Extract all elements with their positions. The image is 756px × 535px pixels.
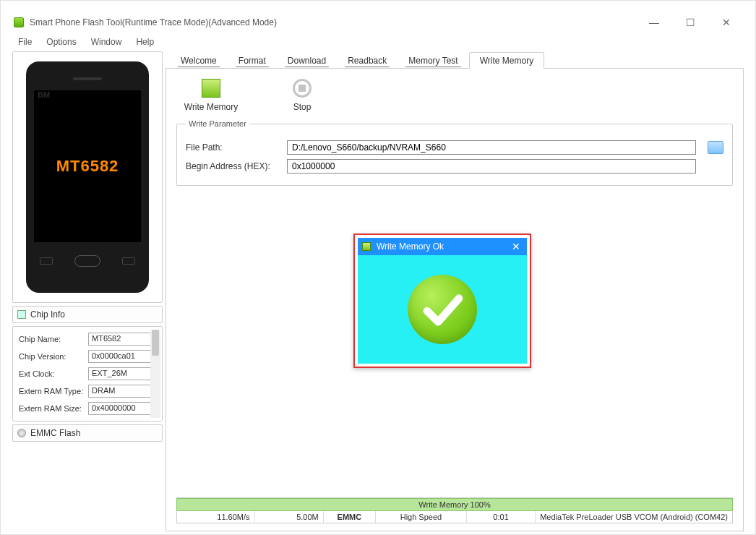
tab-write-memory[interactable]: Write Memory: [469, 52, 544, 69]
tab-format[interactable]: Format: [228, 52, 277, 69]
progress-bar: Write Memory 100%: [176, 498, 733, 511]
chip-name-label: Chip Name:: [19, 335, 84, 343]
menu-file[interactable]: File: [12, 35, 38, 48]
success-check-icon: [408, 275, 477, 344]
chip-version-value: 0x0000ca01: [88, 350, 158, 363]
status-time: 0:01: [467, 511, 536, 523]
titlebar: Smart Phone Flash Tool(Runtime Trace Mod…: [12, 12, 744, 33]
tab-readback[interactable]: Readback: [337, 52, 398, 69]
phone-screen: MT6582: [34, 90, 141, 242]
menu-help[interactable]: Help: [130, 35, 160, 48]
file-path-input[interactable]: [287, 140, 696, 155]
phone-home-button: [74, 255, 100, 267]
write-parameter-group: Write Parameter File Path: Begin Address…: [176, 124, 733, 186]
status-mode: High Speed: [376, 511, 467, 523]
chip-name-value: MT6582: [88, 333, 158, 346]
write-memory-label: Write Memory: [184, 102, 238, 112]
dialog-body: [358, 255, 527, 364]
begin-address-input[interactable]: [287, 159, 696, 174]
browse-folder-icon[interactable]: [708, 141, 723, 154]
close-button[interactable]: ✕: [712, 14, 741, 30]
status-speed: 11.60M/s: [177, 511, 255, 523]
phone-back-button: [122, 257, 135, 265]
emmc-flash-title: EMMC Flash: [30, 428, 80, 438]
window-title: Smart Phone Flash Tool(Runtime Trace Mod…: [30, 17, 640, 27]
chip-version-label: Chip Version:: [19, 352, 84, 361]
menu-options[interactable]: Options: [40, 35, 82, 48]
write-parameter-legend: Write Parameter: [186, 119, 249, 128]
chip-info-header: Chip Info: [12, 306, 163, 323]
phone-speaker: [73, 77, 102, 80]
menu-window[interactable]: Window: [85, 35, 128, 48]
ext-ram-type-label: Extern RAM Type:: [19, 387, 84, 395]
app-window: Smart Phone Flash Tool(Runtime Trace Mod…: [0, 0, 756, 535]
phone-vendor-label: BM: [38, 90, 50, 99]
stop-icon: [293, 79, 312, 98]
ext-clock-label: Ext Clock:: [19, 369, 84, 378]
stop-button[interactable]: Stop: [273, 79, 331, 112]
ext-ram-size-label: Extern RAM Size:: [19, 404, 84, 413]
phone-chip-label: MT6582: [56, 157, 119, 176]
chip-icon: [17, 310, 26, 319]
tab-bar: Welcome Format Download Readback Memory …: [166, 51, 744, 69]
dialog-close-button[interactable]: ✕: [510, 241, 523, 252]
dialog-titlebar[interactable]: Write Memory Ok ✕: [358, 238, 527, 255]
begin-address-label: Begin Address (HEX):: [186, 161, 280, 171]
ext-clock-value: EXT_26M: [88, 367, 158, 380]
write-memory-icon: [202, 79, 220, 98]
chip-info-panel: Chip Name: MT6582 Chip Version: 0x0000ca…: [12, 326, 163, 421]
chip-info-title: Chip Info: [30, 309, 65, 320]
ext-ram-size-value: 0x40000000: [88, 402, 158, 415]
phone-mock: BM MT6582: [26, 61, 149, 293]
status-size: 5.00M: [255, 511, 324, 523]
tab-download[interactable]: Download: [277, 52, 337, 69]
minimize-button[interactable]: —: [640, 14, 669, 30]
write-memory-button[interactable]: Write Memory: [182, 79, 240, 112]
gear-icon: [17, 429, 26, 437]
device-preview-panel: BM MT6582: [12, 51, 163, 303]
phone-menu-button: [40, 257, 53, 265]
file-path-label: File Path:: [186, 142, 280, 153]
toolbar: Write Memory Stop: [176, 76, 733, 122]
chip-info-scrollbar[interactable]: [150, 330, 160, 418]
dialog-title: Write Memory Ok: [377, 241, 510, 252]
maximize-button[interactable]: ☐: [676, 14, 705, 30]
dialog-app-icon: [362, 242, 371, 251]
status-storage: EMMC: [324, 511, 376, 523]
tab-welcome[interactable]: Welcome: [170, 52, 228, 69]
tab-memory-test[interactable]: Memory Test: [398, 52, 468, 69]
menubar: File Options Window Help: [12, 33, 744, 51]
emmc-flash-header: EMMC Flash: [12, 424, 163, 442]
stop-label: Stop: [293, 102, 312, 112]
status-device: MediaTek PreLoader USB VCOM (Android) (C…: [536, 511, 732, 523]
ext-ram-type-value: DRAM: [88, 385, 158, 398]
write-memory-ok-dialog: Write Memory Ok ✕: [353, 234, 531, 368]
status-bar: Write Memory 100% 11.60M/s 5.00M EMMC Hi…: [176, 497, 733, 523]
app-icon: [14, 17, 24, 27]
